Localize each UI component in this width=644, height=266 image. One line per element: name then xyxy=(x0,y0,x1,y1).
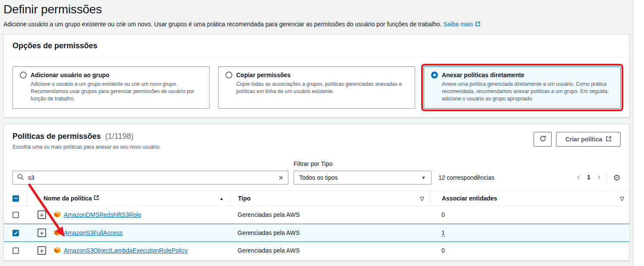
next-page-icon[interactable]: › xyxy=(597,172,600,182)
policy-type: Gerenciadas pela AWS xyxy=(238,229,300,236)
expand-row-icon[interactable]: + xyxy=(38,246,46,255)
expand-row-icon[interactable]: + xyxy=(38,210,46,219)
option-card-description: Anexe uma política gerenciada diretament… xyxy=(442,81,613,103)
learn-more-label: Saiba mais xyxy=(443,21,473,28)
create-policy-button[interactable]: Criar política xyxy=(556,132,621,147)
option-card-attach-policies-directly[interactable]: Anexar políticas diretamente Anexe uma p… xyxy=(424,66,621,109)
policy-name-link[interactable]: AmazonDMSRedshiftS3Role xyxy=(64,211,141,218)
column-header-policy-name[interactable]: Nome da política xyxy=(44,195,92,202)
chevron-down-icon: ▼ xyxy=(421,175,426,180)
option-card-title: Anexar políticas diretamente xyxy=(442,72,524,78)
expand-row-icon[interactable]: + xyxy=(38,228,46,237)
radio-unselected-icon[interactable] xyxy=(225,72,232,78)
option-card-copy-permissions[interactable]: Copiar permissões Copie todas as associa… xyxy=(218,66,415,109)
external-link-icon xyxy=(94,195,99,202)
column-header-type[interactable]: Tipo xyxy=(238,195,250,202)
learn-more-link[interactable]: Saiba mais xyxy=(443,21,480,28)
options-header: Opções de permissões xyxy=(4,34,629,58)
policy-type: Gerenciadas pela AWS xyxy=(238,211,300,218)
page-subtitle-text: Adicione usuário a um grupo existente ou… xyxy=(3,21,441,28)
row-checkbox-checked[interactable] xyxy=(13,230,19,236)
page-title: Definir permissões xyxy=(3,3,630,16)
clear-search-icon[interactable]: ✕ xyxy=(278,175,284,181)
options-body: Adicionar usuário ao grupo Adicione o us… xyxy=(4,58,629,117)
refresh-button[interactable] xyxy=(534,132,552,147)
sort-ascending-icon[interactable]: ▲ xyxy=(219,196,224,201)
option-card-title: Adicionar usuário ao grupo xyxy=(31,72,109,78)
radio-unselected-icon[interactable] xyxy=(20,72,27,78)
permissions-policies-container: Políticas de permissões (1/1198) Escolha… xyxy=(3,124,630,261)
policies-title: Políticas de permissões xyxy=(13,132,101,141)
type-filter-value: Todos os tipos xyxy=(299,174,338,181)
select-all-checkbox-indeterminate[interactable] xyxy=(13,195,19,202)
external-link-icon xyxy=(475,21,481,28)
policy-name-link[interactable]: AmazonS3ObjectLambdaExecutionRolePolicy xyxy=(64,247,188,254)
attached-entities-count-link[interactable]: 1 xyxy=(441,229,445,237)
column-header-attached-entities[interactable]: Associar entidades xyxy=(442,195,497,202)
option-card-title: Copiar permissões xyxy=(236,72,291,78)
policies-count: (1/1198) xyxy=(105,132,134,141)
policy-search-input[interactable] xyxy=(27,174,275,182)
policies-title-block: Políticas de permissões (1/1198) Escolha… xyxy=(13,132,161,150)
option-card-add-user-to-group[interactable]: Adicionar usuário ao grupo Adicione o us… xyxy=(13,66,209,109)
page-number[interactable]: 1 xyxy=(587,174,591,181)
page-canvas: Definir permissões Adicione usuário a um… xyxy=(0,0,634,266)
create-policy-label: Criar política xyxy=(565,136,602,143)
policy-icon xyxy=(54,211,61,219)
attached-entities-count: 0 xyxy=(441,211,445,218)
match-count: 12 correspondências xyxy=(437,174,494,185)
permissions-options-container: Opções de permissões Adicionar usuário a… xyxy=(3,34,630,118)
refresh-icon xyxy=(539,135,547,144)
page-subtitle: Adicione usuário a um grupo existente ou… xyxy=(3,21,630,28)
policy-icon xyxy=(54,229,61,237)
row-checkbox-unchecked[interactable] xyxy=(13,212,19,218)
page-header: Definir permissões Adicione usuário a um… xyxy=(0,0,633,28)
type-filter-label: Filtrar por Tipo xyxy=(294,160,431,167)
previous-page-icon[interactable]: ‹ xyxy=(577,172,580,182)
policies-table: Nome da política ▲ Tipo ▽ Associar entid… xyxy=(4,191,629,260)
table-header-row: Nome da política ▲ Tipo ▽ Associar entid… xyxy=(4,191,629,206)
row-checkbox-unchecked[interactable] xyxy=(13,247,19,254)
policy-name-link[interactable]: AmazonS3FullAccess xyxy=(64,229,122,236)
table-row-selected: + AmazonS3FullAccess Gerenciadas pela AW… xyxy=(4,224,629,242)
policies-description: Escolha uma ou mais políticas para anexa… xyxy=(13,144,161,150)
radio-selected-icon[interactable] xyxy=(431,72,438,78)
divider xyxy=(606,171,607,184)
filter-icon[interactable]: ▽ xyxy=(620,195,624,202)
option-card-description: Adicione o usuário a um grupo existente … xyxy=(31,81,202,103)
attached-entities-count: 0 xyxy=(441,247,445,254)
policy-type: Gerenciadas pela AWS xyxy=(238,247,300,254)
table-row: + AmazonS3ObjectLambdaExecutionRolePolic… xyxy=(4,242,629,260)
table-row: + AmazonDMSRedshiftS3Role Gerenciadas pe… xyxy=(4,206,629,224)
option-card-description: Copie todas as associações a grupos, pol… xyxy=(236,81,408,95)
search-icon xyxy=(17,174,24,182)
external-link-icon xyxy=(606,136,612,143)
settings-gear-icon[interactable]: ⚙ xyxy=(613,172,621,185)
policy-icon xyxy=(54,247,61,255)
type-filter-select[interactable]: Todos os tipos ▼ xyxy=(294,171,431,185)
filter-icon[interactable]: ▽ xyxy=(420,195,424,202)
policy-search-box[interactable]: ✕ xyxy=(13,171,288,185)
pagination: ‹ 1 › xyxy=(577,172,600,185)
